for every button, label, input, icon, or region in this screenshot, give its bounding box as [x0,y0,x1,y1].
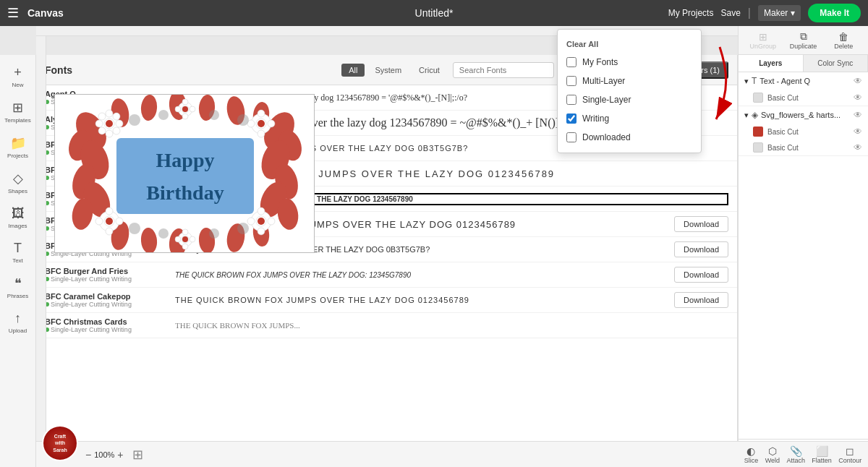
logo: Craft with Sarah [42,425,78,461]
divider: | [748,7,751,20]
expand-icon[interactable]: ⊞ [132,447,143,463]
contour-button[interactable]: ◻ Contour [835,444,864,466]
top-nav: ☰ Canvas Untitled* My Projects Save | Ma… [0,0,868,26]
sidebar-item-images[interactable]: 🖼 Images [2,202,34,234]
images-icon: 🖼 [12,206,25,221]
chevron-down-icon: ▾ [791,8,795,18]
search-input[interactable] [453,62,554,78]
layer-group-header-svg[interactable]: ▾ ◈ Svg_flowers_& harts... 👁 [739,106,868,124]
svg-point-64 [106,120,113,127]
svg-point-68 [182,106,188,112]
filter-single-layer[interactable]: Single-Layer [558,90,701,109]
svg-point-43 [95,218,103,225]
svg-point-70 [129,114,140,126]
flatten-button[interactable]: ⬜ Flatten [809,444,835,466]
logo-line1: Craft [54,434,66,439]
svg-point-25 [106,110,113,117]
logo-line3: Sarah [53,447,67,453]
writing-checkbox[interactable] [566,113,576,124]
filter-downloaded[interactable]: Downloaded [558,128,701,147]
slice-button[interactable]: ◐ Slice [741,444,762,466]
sidebar-item-upload[interactable]: ↑ Upload [2,307,34,338]
eye-icon[interactable]: 👁 [854,142,862,153]
single-layer-checkbox[interactable] [566,95,576,105]
font-name: BFC Burger And Fries [45,267,175,275]
eye-icon[interactable]: 👁 [854,127,862,137]
document-title: Untitled* [415,7,454,19]
font-name: BFC Christmas Cards [45,317,175,326]
layer-item-label: Basic Cut [767,94,799,102]
font-info-christmas: BFC Christmas Cards Single-Layer Cutting… [45,317,175,333]
svg-point-13 [140,95,158,121]
eye-icon[interactable]: 👁 [854,110,862,120]
save-button[interactable]: Save [720,8,740,18]
download-button[interactable]: Download [674,216,728,232]
layer-item-basic-cut-2[interactable]: Basic Cut 👁 [739,140,868,155]
svg-point-36 [258,130,265,137]
maker-dropdown[interactable]: Maker ▾ [758,5,801,21]
filter-tabs: All System Cricut [341,64,447,77]
upload-icon: ↑ [14,311,21,326]
downloaded-label: Downloaded [582,132,631,142]
layer-group-header-text[interactable]: ▾ T Text - Agent Q 👁 [739,72,868,90]
make-it-button[interactable]: Make It [808,4,861,22]
sidebar-item-shapes[interactable]: ◇ Shapes [2,166,34,199]
menu-icon[interactable]: ☰ [7,5,19,21]
layer-color-swatch [753,142,763,153]
tab-system[interactable]: System [367,64,409,77]
font-item-burger[interactable]: BFC Burger And Fries Single-Layer Cuttin… [36,262,737,288]
multi-layer-label: Multi-Layer [582,76,625,86]
my-fonts-checkbox[interactable] [566,57,576,67]
font-item-christmas[interactable]: BFC Christmas Cards Single-Layer Cutting… [36,313,737,338]
sidebar-item-templates[interactable]: ⊞ Templates [2,95,34,128]
zoom-out-button[interactable]: − [85,449,91,460]
svg-point-19 [140,227,158,253]
sidebar-item-text[interactable]: T Text [2,236,34,268]
eye-icon[interactable]: 👁 [854,76,862,86]
layer-item-basic-cut-red[interactable]: Basic Cut 👁 [739,124,868,140]
sidebar-item-projects[interactable]: 📁 Projects [2,131,34,163]
filter-my-fonts[interactable]: My Fonts [558,53,701,72]
layer-type-icon: ◈ [752,110,758,120]
filter-multi-layer[interactable]: Multi-Layer [558,72,701,90]
multi-layer-checkbox[interactable] [566,76,576,86]
my-projects-link[interactable]: My Projects [668,8,714,18]
delete-button[interactable]: 🗑 Delete [825,29,862,52]
sidebar-item-phrases[interactable]: ❝ Phrases [2,271,34,304]
clear-all-button[interactable]: Clear All [558,35,701,53]
download-button[interactable]: Download [674,241,728,257]
slice-label: Slice [744,457,759,464]
layers-list: ▾ T Text - Agent Q 👁 Basic Cut 👁 ▾ ◈ Svg… [739,72,868,439]
font-item-caramel[interactable]: BFC Caramel Cakepop Single-Layer Cutting… [36,288,737,313]
filter-writing[interactable]: Writing [558,109,701,128]
maker-label: Maker [764,8,788,18]
filter-dropdown: Clear All My Fonts Multi-Layer Single-La… [557,29,702,153]
collapse-icon: ▾ [744,111,749,120]
weld-icon: ⬡ [768,445,777,457]
svg-point-66 [106,218,113,225]
delete-icon: 🗑 [838,31,848,43]
weld-button[interactable]: ⬡ Weld [762,444,783,466]
phrases-icon: ❝ [14,275,22,291]
font-preview: THE QUICK BROWN FOX JUMPS OVER THE LAZY … [175,296,674,304]
sidebar-item-new[interactable]: + New [2,61,34,93]
fonts-title: Fonts [45,64,336,76]
svg-point-41 [106,207,113,215]
download-button[interactable]: Download [674,267,728,283]
tab-all[interactable]: All [341,64,365,77]
download-button[interactable]: Download [674,292,728,308]
tab-layers[interactable]: Layers [739,55,804,72]
tab-cricut[interactable]: Cricut [412,64,447,77]
layer-item-basic-cut-1[interactable]: Basic Cut 👁 [739,90,868,106]
tab-color-sync[interactable]: Color Sync [804,55,869,72]
eye-icon[interactable]: 👁 [854,93,862,103]
svg-point-62 [190,236,195,242]
layer-item-label: Basic Cut [767,144,799,152]
ungroup-button[interactable]: ⊞ UnGroup [744,29,782,52]
duplicate-button[interactable]: ⧉ Duplicate [785,28,822,52]
downloaded-checkbox[interactable] [566,132,576,142]
zoom-in-button[interactable]: + [117,449,123,460]
logo-line2: with [55,440,65,445]
attach-button[interactable]: 📎 Attach [783,444,808,466]
svg-point-47 [258,207,265,215]
